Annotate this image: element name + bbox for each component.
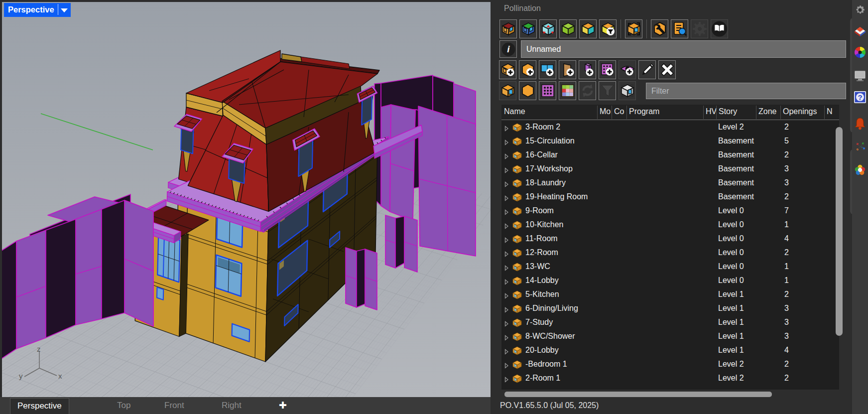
svg-text:i: i — [507, 44, 510, 54]
svg-text:y: y — [19, 372, 23, 380]
svg-text:x: x — [58, 372, 62, 380]
svg-text:z: z — [37, 346, 41, 353]
svg-text:?: ? — [858, 93, 862, 102]
